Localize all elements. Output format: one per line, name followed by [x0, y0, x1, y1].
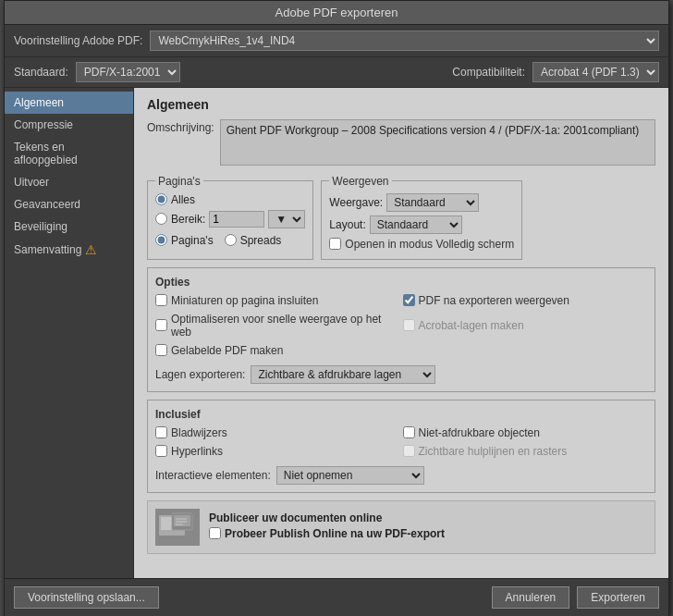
sub-radio-row: Pagina's Spreads — [155, 234, 305, 251]
bladwijzers-row: Bladwijzers — [155, 426, 400, 439]
opties-section: Opties Miniaturen op pagina insluiten PD… — [147, 267, 655, 392]
miniaturen-label: Miniaturen op pagina insluiten — [171, 294, 318, 307]
publish-text: Publiceer uw documenten online Probeer P… — [209, 511, 445, 543]
inclusief-grid: Bladwijzers Niet-afdrukbare objecten Hyp… — [155, 426, 647, 461]
gelabelde-label: Gelabelde PDF maken — [171, 344, 283, 357]
action-buttons: Annuleren Exporteren — [492, 586, 659, 609]
annuleren-button[interactable]: Annuleren — [492, 586, 570, 609]
opties-grid: Miniaturen op pagina insluiten PDF na ex… — [155, 294, 647, 360]
inclusief-title: Inclusief — [155, 408, 647, 421]
publish-online-checkbox[interactable] — [209, 527, 221, 539]
title-bar: Adobe PDF exporteren — [5, 1, 668, 25]
optimaliseren-checkbox[interactable] — [155, 319, 167, 331]
sidebar-item-uitvoer[interactable]: Uitvoer — [5, 171, 133, 193]
miniaturen-checkbox[interactable] — [155, 294, 167, 306]
radio-bereik: Bereik: ▼ — [155, 210, 305, 228]
sidebar-item-beveiliging[interactable]: Beveiliging — [5, 216, 133, 238]
interactief-select[interactable]: Niet opnemen — [276, 466, 424, 485]
radio-alles: Alles — [155, 193, 305, 206]
pdf-na-checkbox[interactable] — [403, 294, 415, 306]
interactief-row: Interactieve elementen: Niet opnemen — [155, 466, 647, 485]
bottom-bar: Voorinstelling opslaan... Annuleren Expo… — [5, 578, 668, 616]
content-title: Algemeen — [147, 97, 655, 112]
pdf-na-label: PDF na exporteren weergeven — [419, 294, 569, 307]
zichtbare-hulp-label: Zichtbare hulplijnen en rasters — [419, 445, 568, 458]
zichtbare-hulp-row: Zichtbare hulplijnen en rasters — [403, 445, 648, 458]
weergave-label: Weergave: — [329, 196, 383, 209]
sidebar-item-compressie[interactable]: Compressie — [5, 114, 133, 136]
optimaliseren-label: Optimaliseren voor snelle weergave op he… — [171, 313, 400, 339]
preset-select[interactable]: WebCmykHiRes_1v4_IND4 — [150, 31, 659, 51]
miniaturen-row: Miniaturen op pagina insluiten — [155, 294, 400, 307]
layout-select[interactable]: Standaard — [370, 216, 462, 234]
hyperlinks-checkbox[interactable] — [155, 445, 167, 457]
acrobat-lagen-checkbox — [403, 319, 415, 331]
acrobat-lagen-row: Acrobat-lagen maken — [403, 313, 648, 339]
sidebar-item-geavanceerd[interactable]: Geavanceerd — [5, 193, 133, 216]
weergeven-legend: Weergeven — [329, 175, 391, 188]
dialog-title: Adobe PDF exporteren — [275, 6, 398, 19]
main-area: Algemeen Compressie Tekens en afloopgebi… — [5, 88, 668, 578]
sidebar-item-label: Uitvoer — [14, 176, 49, 189]
publish-check-row: Probeer Publish Online na uw PDF-export — [209, 527, 445, 540]
publish-svg — [159, 511, 196, 543]
weergave-row: Weergave: Standaard — [329, 193, 514, 212]
radio-spreads-input[interactable] — [225, 234, 237, 246]
radio-alles-input[interactable] — [155, 193, 167, 205]
radio-paginas: Pagina's — [155, 234, 214, 247]
preset-label: Voorinstelling Adobe PDF: — [14, 34, 142, 47]
sidebar-item-label: Tekens en afloopgebied — [14, 141, 124, 166]
standard-select[interactable]: PDF/X-1a:2001 — [76, 62, 180, 82]
exporteren-button[interactable]: Exporteren — [577, 586, 659, 609]
radio-paginas-input[interactable] — [155, 234, 167, 246]
publish-sub-label: Probeer Publish Online na uw PDF-export — [225, 527, 445, 540]
niet-afdrukbaar-checkbox[interactable] — [403, 426, 415, 438]
lagen-select[interactable]: Zichtbare & afdrukbare lagen — [251, 365, 435, 384]
sidebar-item-label: Samenvatting — [14, 243, 81, 256]
standard-row: Standaard: PDF/X-1a:2001 — [14, 62, 443, 82]
bereik-input[interactable] — [209, 211, 264, 228]
sidebar-item-samenvatting[interactable]: Samenvatting ⚠ — [5, 238, 133, 262]
lagen-row: Lagen exporteren: Zichtbare & afdrukbare… — [155, 365, 647, 384]
bereik-select[interactable]: ▼ — [268, 210, 305, 228]
radio-spreads: Spreads — [225, 234, 282, 247]
hyperlinks-label: Hyperlinks — [171, 445, 223, 458]
radio-alles-label: Alles — [171, 193, 195, 206]
volledig-checkbox[interactable] — [329, 238, 341, 250]
opties-title: Opties — [155, 276, 647, 289]
publish-title: Publiceer uw documenten online — [209, 511, 445, 524]
publish-box: Publiceer uw documenten online Probeer P… — [147, 500, 655, 554]
voorinstelling-button[interactable]: Voorinstelling opslaan... — [14, 586, 159, 609]
compat-select[interactable]: Acrobat 4 (PDF 1.3) — [532, 62, 659, 82]
acrobat-lagen-label: Acrobat-lagen maken — [419, 319, 524, 332]
radio-bereik-input[interactable] — [155, 213, 167, 225]
radio-paginas-label: Pagina's — [171, 234, 214, 247]
lagen-label: Lagen exporteren: — [155, 368, 245, 381]
dialog: Adobe PDF exporteren Voorinstelling Adob… — [4, 0, 669, 616]
description-text: Ghent PDF Workgroup – 2008 Specification… — [220, 119, 655, 166]
paginas-legend: Pagina's — [155, 175, 203, 188]
sidebar-item-label: Geavanceerd — [14, 198, 80, 211]
standard-label: Standaard: — [14, 66, 68, 79]
panels-row: Pagina's Alles Bereik: ▼ — [147, 175, 655, 260]
optimaliseren-row: Optimaliseren voor snelle weergave op he… — [155, 313, 400, 339]
publish-icon — [155, 509, 200, 546]
compat-label: Compatibiliteit: — [452, 66, 525, 79]
sidebar-item-algemeen[interactable]: Algemeen — [5, 92, 133, 114]
sidebar-item-label: Algemeen — [14, 96, 64, 109]
gelabelde-row: Gelabelde PDF maken — [155, 344, 400, 357]
preset-bar: Voorinstelling Adobe PDF: WebCmykHiRes_1… — [5, 25, 668, 57]
pdf-na-row: PDF na exporteren weergeven — [403, 294, 648, 307]
compat-row: Compatibiliteit: Acrobat 4 (PDF 1.3) — [452, 62, 659, 82]
warning-icon: ⚠ — [85, 242, 97, 257]
inclusief-section: Inclusief Bladwijzers Niet-afdrukbare ob… — [147, 400, 655, 493]
sidebar-item-tekens[interactable]: Tekens en afloopgebied — [5, 136, 133, 171]
sidebar: Algemeen Compressie Tekens en afloopgebi… — [5, 88, 134, 578]
bladwijzers-checkbox[interactable] — [155, 426, 167, 438]
standard-bar: Standaard: PDF/X-1a:2001 Compatibiliteit… — [5, 57, 668, 88]
weergave-select[interactable]: Standaard — [386, 193, 479, 212]
niet-afdrukbaar-label: Niet-afdrukbare objecten — [419, 426, 540, 439]
sidebar-item-label: Compressie — [14, 118, 73, 131]
gelabelde-checkbox[interactable] — [155, 344, 167, 356]
sidebar-item-label: Beveiliging — [14, 220, 67, 233]
